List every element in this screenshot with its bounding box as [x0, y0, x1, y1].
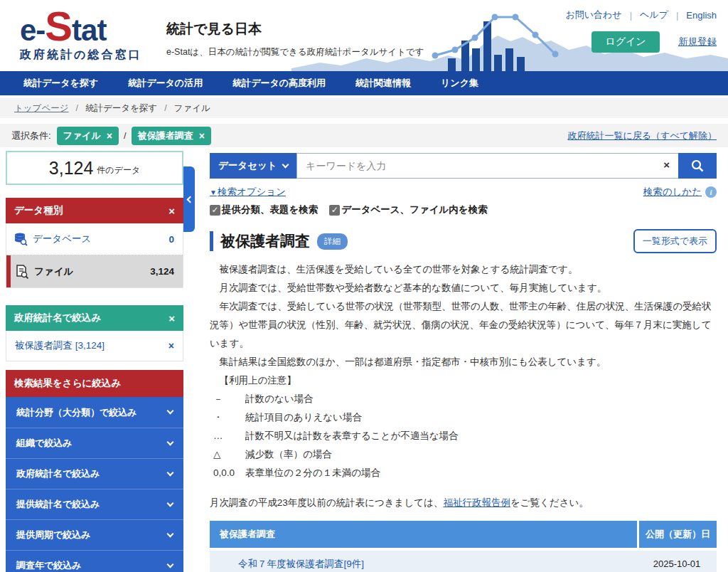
- accordion-organization[interactable]: 組織で絞込み: [6, 428, 183, 458]
- checkbox-search-contents[interactable]: ✓ データベース、ファイル内を検索: [329, 203, 487, 216]
- search-options-link[interactable]: ▼検索オプション: [210, 186, 286, 198]
- site-title-block: 統計で見る日本 e-Statは、日本の統計が閲覧できる政府統計ポータルサイトです: [166, 20, 424, 58]
- gov-stat-panel-header: 政府統計名で絞込み ×: [6, 305, 183, 331]
- breadcrumb-separator: [157, 103, 173, 113]
- gov-stat-filter-label: 被保護者調査 [3,124]: [15, 339, 105, 352]
- search-bar: データセット ×: [210, 153, 717, 179]
- page-title-row: 被保護者調査 詳細 一覧形式で表示: [210, 229, 717, 253]
- refine-panel-header: 検索結果をさらに絞込み: [6, 370, 183, 397]
- welfare-report-link[interactable]: 福祉行政報告例: [443, 497, 510, 508]
- note-symbol: 0,0.0: [210, 464, 245, 482]
- panel-title: データ種別: [14, 204, 63, 217]
- page-title: 被保護者調査: [220, 231, 310, 251]
- data-type-panel-header: データ種別 ×: [6, 198, 183, 223]
- info-icon[interactable]: i: [705, 186, 717, 198]
- breadcrumb-top-page[interactable]: トップページ: [14, 102, 68, 115]
- chevron-down-icon: [167, 561, 174, 568]
- panel-title: 政府統計名で絞込み: [14, 312, 101, 324]
- accordion-gov-stat-name[interactable]: 政府統計名で絞込み: [6, 458, 183, 489]
- gov-stat-filter-item[interactable]: 被保護者調査 [3,124] ×: [6, 331, 183, 361]
- divider: [622, 10, 640, 21]
- breadcrumb-find-data[interactable]: 統計データを探す: [85, 102, 157, 115]
- list-view-button[interactable]: 一覧形式で表示: [633, 229, 717, 253]
- close-icon[interactable]: ×: [199, 131, 205, 141]
- accordion-stat-field[interactable]: 統計分野（大分類）で絞込み: [6, 397, 183, 428]
- note-row: ・ 統計項目のありえない場合: [210, 408, 717, 427]
- accordion-cycle[interactable]: 提供周期で絞込み: [6, 519, 183, 550]
- chevron-down-icon: [282, 161, 289, 168]
- register-link[interactable]: 新規登録: [678, 36, 717, 48]
- data-type-count: 0: [168, 234, 174, 245]
- detail-badge[interactable]: 詳細: [317, 233, 348, 250]
- note-symbol: －: [210, 390, 245, 408]
- chevron-left-icon: [186, 196, 193, 203]
- selected-conditions-label: 選択条件:: [11, 129, 51, 142]
- contact-link[interactable]: お問い合わせ: [565, 9, 621, 21]
- checkbox-search-titles[interactable]: ✓ 提供分類、表題を検索: [210, 203, 318, 216]
- close-icon[interactable]: ×: [107, 131, 112, 141]
- english-link[interactable]: English: [686, 10, 717, 21]
- sidebar-collapse-button[interactable]: [183, 166, 195, 232]
- note-symbol: …: [210, 427, 245, 445]
- refine-panel: 検索結果をさらに絞込み 統計分野（大分類）で絞込み 組織で絞込み 政府統計名で絞…: [6, 370, 183, 572]
- data-type-count: 3,124: [150, 266, 174, 277]
- monthly-survey-note: 月次調査の平成23年度以前の統計表につきましては、福祉行政報告例をご覧ください。: [210, 494, 717, 512]
- close-icon[interactable]: ×: [168, 340, 174, 351]
- breadcrumb: トップページ 統計データを探す ファイル: [0, 98, 728, 118]
- note-row: 0,0.0 表章単位の２分の１未満の場合: [210, 464, 717, 482]
- close-icon[interactable]: ×: [168, 205, 175, 217]
- data-type-item-database[interactable]: データベース 0: [6, 223, 183, 255]
- accordion-label: 組織で絞込み: [16, 437, 73, 450]
- table-header-row: 被保護者調査 公開（更新）日: [210, 521, 717, 548]
- published-date: 2025-10-01: [637, 558, 717, 569]
- filter-chip-file[interactable]: ファイル ×: [57, 127, 119, 145]
- logo-subtitle: 政府統計の総合窓口: [20, 48, 141, 63]
- nav-item-find-data[interactable]: 統計データを探す: [9, 71, 113, 95]
- file-icon: [15, 265, 29, 279]
- filter-chip-label: 被保護者調査: [138, 129, 193, 142]
- content-area: 3,124 件のデータ データ種別 × データ: [0, 147, 728, 572]
- description-line: 月次調査では、受給世帯数や受給者数など基本的な数値について、毎月実施しています。: [210, 279, 717, 297]
- how-to-search-link[interactable]: 検索のしかた: [643, 186, 702, 198]
- search-input[interactable]: [296, 153, 678, 179]
- dataset-dropdown-label: データセット: [218, 159, 277, 172]
- nav-item-advanced-usage[interactable]: 統計データの高度利用: [218, 71, 341, 95]
- note-row: － 計数のない場合: [210, 390, 717, 408]
- description-line: 集計結果は全国総数のほか、一部は都道府県・指定都市・中核市別にも公表しています。: [210, 353, 717, 371]
- search-scope-checkboxes: ✓ 提供分類、表題を検索 ✓ データベース、ファイル内を検索: [210, 203, 717, 216]
- survey-year-link[interactable]: 令和７年度被保護者調査[9件]: [238, 558, 364, 569]
- search-options-row: ▼検索オプション 検索のしかた i: [210, 186, 717, 198]
- login-button[interactable]: ログイン: [592, 31, 660, 53]
- search-button[interactable]: [678, 153, 717, 179]
- accordion-provided-stat-name[interactable]: 提供統計名で絞込み: [6, 489, 183, 519]
- note-text: 計数不明又は計数を表章することが不適当な場合: [245, 427, 459, 445]
- reset-all-link[interactable]: 政府統計一覧に戻る（すべて解除）: [567, 129, 717, 142]
- note-text: をご覧ください。: [510, 497, 589, 508]
- usage-notes-heading: 【利用上の注意】: [210, 371, 717, 390]
- dataset-dropdown[interactable]: データセット: [210, 153, 296, 179]
- chevron-down-icon: [167, 438, 174, 445]
- result-count-suffix: 件のデータ: [97, 160, 140, 176]
- accordion-survey-year[interactable]: 調査年で絞込み: [6, 550, 183, 572]
- description-line: 被保護者調査は、生活保護を受給している全ての世帯を対象とする統計調査です。: [210, 260, 717, 279]
- nav-item-links[interactable]: リンク集: [426, 71, 493, 95]
- note-row: △ 減少数（率）の場合: [210, 445, 717, 464]
- note-text: 統計項目のありえない場合: [245, 408, 362, 427]
- help-link[interactable]: ヘルプ: [640, 9, 668, 21]
- data-type-item-file[interactable]: ファイル 3,124: [6, 255, 183, 287]
- accordion-label: 政府統計名で絞込み: [16, 467, 100, 480]
- survey-description: 被保護者調査は、生活保護を受給している全ての世帯を対象とする統計調査です。 月次…: [210, 260, 717, 390]
- note-symbol: ・: [210, 408, 245, 427]
- estat-logo[interactable]: e-Stat 政府統計の総合窓口: [20, 6, 141, 63]
- checkbox-label: 提供分類、表題を検索: [222, 203, 318, 216]
- search-icon: [690, 159, 705, 173]
- close-icon[interactable]: ×: [168, 312, 175, 324]
- panel-title: 検索結果をさらに絞込み: [14, 377, 121, 390]
- main-column: データセット × ▼検索オプション 検索のしかた i: [210, 153, 717, 572]
- nav-item-related-info[interactable]: 統計関連情報: [341, 71, 426, 95]
- data-type-panel: データ種別 × データベース 0: [6, 198, 183, 288]
- nav-item-data-usage[interactable]: 統計データの活用: [113, 71, 218, 95]
- sidebar: 3,124 件のデータ データ種別 × データ: [6, 151, 183, 572]
- filter-chip-survey[interactable]: 被保護者調査 ×: [132, 127, 211, 145]
- clear-search-icon[interactable]: ×: [663, 159, 670, 171]
